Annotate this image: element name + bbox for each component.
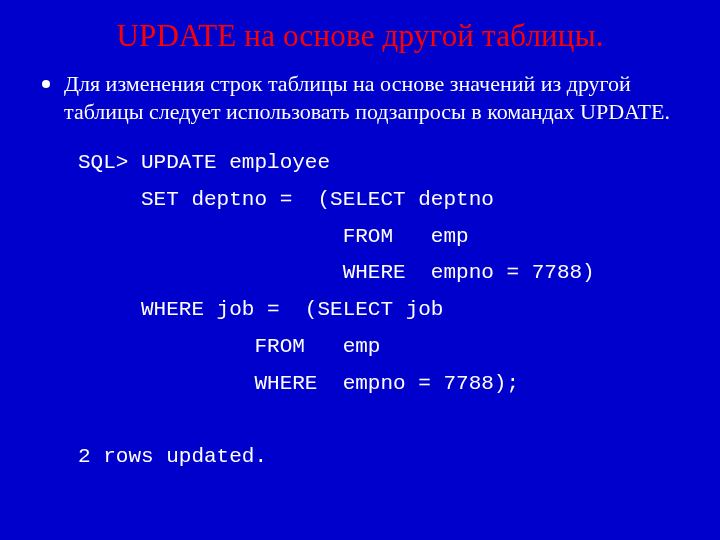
bullet-item: Для изменения строк таблицы на основе зн…: [42, 70, 684, 125]
slide: UPDATE на основе другой таблицы. Для изм…: [0, 0, 720, 540]
bullet-icon: [42, 80, 50, 88]
slide-body: Для изменения строк таблицы на основе зн…: [36, 70, 684, 476]
bullet-text: Для изменения строк таблицы на основе зн…: [64, 70, 684, 125]
code-block: SQL> UPDATE employee SET deptno = (SELEC…: [78, 145, 684, 476]
slide-title: UPDATE на основе другой таблицы.: [36, 18, 684, 54]
